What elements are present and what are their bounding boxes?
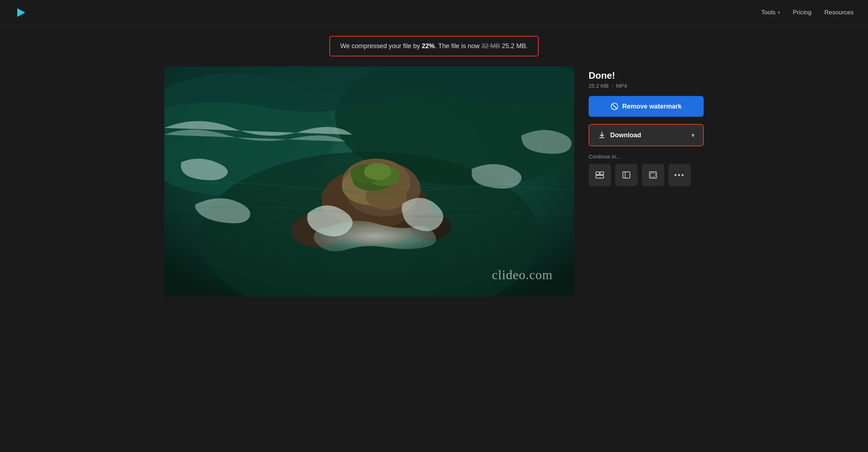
continue-label: Continue in... <box>589 153 704 160</box>
download-chevron-icon: ▾ <box>691 132 694 139</box>
svg-marker-0 <box>17 8 25 17</box>
sidebar: Done! 25.2 MB / MP4 Remove watermark <box>589 66 704 186</box>
svg-rect-22 <box>623 172 630 178</box>
download-wrapper: Download ▾ <box>589 124 704 146</box>
svg-point-14 <box>364 163 392 180</box>
nav-tools[interactable]: Tools ▾ <box>761 9 780 16</box>
continue-tools: ••• <box>589 164 704 186</box>
header: Tools ▾ Pricing Resources <box>0 0 868 25</box>
logo-area[interactable] <box>14 6 27 19</box>
nav-pricing-label: Pricing <box>793 9 812 16</box>
notification-middle: . The file is now <box>435 42 481 50</box>
crop-icon <box>648 170 658 180</box>
file-format: MP4 <box>616 83 627 89</box>
continue-merge-button[interactable] <box>589 164 611 186</box>
download-icon <box>598 131 606 139</box>
cut-icon <box>622 170 631 180</box>
more-dots: ••• <box>674 171 685 179</box>
continue-crop-button[interactable] <box>642 164 664 186</box>
svg-line-18 <box>612 104 617 109</box>
meta-separator: / <box>612 83 613 89</box>
done-status: Done! 25.2 MB / MP4 <box>589 70 704 89</box>
file-meta: 25.2 MB / MP4 <box>589 83 704 89</box>
remove-watermark-button[interactable]: Remove watermark <box>589 96 704 117</box>
download-label: Download <box>610 132 641 139</box>
notification-old-size: 32 MB <box>481 42 500 50</box>
notification-percent: 22% <box>422 42 435 50</box>
svg-rect-19 <box>596 172 599 175</box>
continue-section: Continue in... <box>589 153 704 186</box>
svg-rect-21 <box>596 175 604 178</box>
done-title: Done! <box>589 70 704 81</box>
notification-new-size: 25.2 MB <box>502 42 526 50</box>
nav-resources-label: Resources <box>824 9 854 16</box>
main-content: We compressed your file by 22%. The file… <box>0 25 868 308</box>
nav: Tools ▾ Pricing Resources <box>761 9 854 16</box>
nav-resources[interactable]: Resources <box>824 9 854 16</box>
svg-rect-25 <box>651 173 655 177</box>
content-area: clideo.com Done! 25.2 MB / MP4 Remov <box>164 66 704 297</box>
ocean-scene: clideo.com <box>164 66 574 297</box>
logo-icon <box>14 6 27 19</box>
notification-suffix: . <box>526 42 528 50</box>
download-button[interactable]: Download ▾ <box>589 125 703 146</box>
nav-tools-label: Tools <box>761 9 776 16</box>
continue-cut-button[interactable] <box>615 164 638 186</box>
compression-notification: We compressed your file by 22%. The file… <box>329 36 539 56</box>
video-container: clideo.com <box>164 66 574 297</box>
notification-prefix: We compressed your file by <box>340 42 422 50</box>
nav-pricing[interactable]: Pricing <box>793 9 812 16</box>
no-watermark-icon <box>611 102 618 110</box>
file-size: 25.2 MB <box>589 83 609 89</box>
continue-more-button[interactable]: ••• <box>668 164 691 186</box>
merge-icon <box>595 170 604 180</box>
remove-watermark-label: Remove watermark <box>622 103 681 110</box>
chevron-down-icon: ▾ <box>778 10 780 15</box>
download-button-left: Download <box>598 131 641 139</box>
svg-rect-20 <box>600 172 604 175</box>
